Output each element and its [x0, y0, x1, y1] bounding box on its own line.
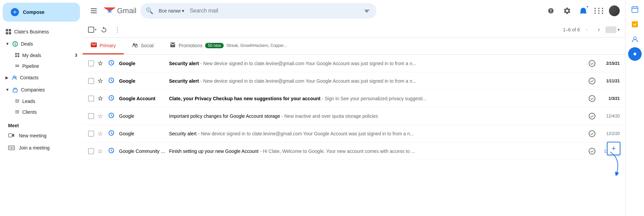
tasks-panel-icon[interactable]	[628, 18, 642, 31]
snooze-icon	[108, 147, 116, 155]
view-chevron-icon[interactable]: ▾	[618, 27, 620, 32]
promotions-tab-icon	[170, 42, 176, 49]
row-checkbox[interactable]	[88, 60, 95, 66]
hamburger-button[interactable]	[88, 6, 100, 16]
done-icon[interactable]	[587, 95, 597, 102]
crm-name-item[interactable]: Clate's Business	[0, 26, 83, 38]
contacts-item[interactable]: ▶ Contacts	[0, 72, 83, 84]
settings-button[interactable]	[560, 4, 574, 18]
pipeline-icon	[15, 63, 20, 69]
gmail-text: Gmail	[117, 6, 136, 15]
svg-rect-36	[632, 21, 638, 27]
svg-text:$: $	[14, 42, 16, 46]
apps-button[interactable]	[593, 4, 606, 18]
refresh-button[interactable]	[98, 24, 110, 36]
meet-notification-button[interactable]	[577, 4, 590, 18]
join-meeting-item[interactable]: Join a meeting	[0, 142, 83, 154]
new-meeting-item[interactable]: New meeting	[0, 130, 83, 142]
email-row[interactable]: ☆ Google Account Clate, your Privacy Che…	[83, 90, 625, 107]
star-icon[interactable]: ☆	[97, 112, 106, 120]
email-toolbar: ▾ ⋮ 1–6 of 6 ‹ › ▾	[83, 22, 625, 38]
tab-promotions[interactable]: Promotions 50 new Streak, GrowthHackers,…	[162, 38, 295, 54]
search-folder-selector[interactable]: Все папки ▾	[156, 7, 187, 15]
contacts-panel-icon[interactable]	[628, 32, 642, 46]
email-row[interactable]: ☆ Google Security alert - New device sig…	[83, 55, 625, 72]
email-row[interactable]: ☆ Google Community Te. Finish setting up…	[83, 142, 625, 160]
folder-caret-icon: ▾	[182, 8, 184, 14]
svg-rect-1	[9, 29, 11, 31]
calendar-panel-icon[interactable]	[628, 3, 642, 16]
crm-section: Clate's Business ▼ $ Deals My deals 3	[0, 24, 83, 119]
next-page-button[interactable]: ›	[593, 24, 604, 35]
email-snippet: - New inactive and over quota storage po…	[281, 113, 378, 119]
select-all-checkbox[interactable]	[88, 27, 94, 33]
promotions-badge: 50 new	[205, 43, 224, 48]
my-deals-item[interactable]: My deals 3	[12, 50, 83, 61]
deals-item[interactable]: ▼ $ Deals	[0, 38, 83, 50]
svg-rect-22	[8, 146, 15, 150]
clients-icon	[15, 109, 20, 115]
select-chevron-icon[interactable]: ▾	[95, 28, 96, 31]
star-icon[interactable]: ☆	[97, 147, 106, 155]
done-icon[interactable]	[587, 130, 597, 137]
header: M Gmail 🔍 Все папки ▾	[83, 0, 625, 22]
star-icon[interactable]: ☆	[97, 130, 106, 137]
clients-item[interactable]: Clients	[12, 107, 83, 117]
add-to-crm-button[interactable]: +	[607, 142, 620, 155]
support-button[interactable]	[544, 4, 558, 18]
contacts-caret: ▶	[5, 75, 8, 80]
row-checkbox[interactable]	[88, 96, 95, 102]
done-icon[interactable]	[587, 148, 597, 155]
hamburger-line-3	[91, 12, 97, 13]
leads-label: Leads	[22, 99, 35, 104]
svg-rect-0	[6, 29, 8, 31]
done-icon[interactable]	[587, 60, 597, 67]
done-icon[interactable]	[587, 113, 597, 119]
pipeline-item[interactable]: Pipeline	[12, 61, 83, 72]
email-row[interactable]: ☆ Google Security alert - New device sig…	[83, 72, 625, 90]
star-icon[interactable]: ☆	[97, 77, 106, 85]
gmail-logo[interactable]: M Gmail	[104, 6, 136, 16]
row-checkbox[interactable]	[88, 148, 95, 154]
companies-item[interactable]: ▼ Companies	[0, 84, 83, 96]
tab-primary[interactable]: Primary	[83, 38, 124, 54]
email-row[interactable]: ☆ Google Important policy changes for Go…	[83, 107, 625, 125]
svg-rect-16	[15, 101, 19, 101]
snooze-icon	[108, 112, 116, 119]
svg-point-33	[133, 43, 135, 45]
new-meeting-label: New meeting	[19, 133, 47, 138]
compose-button[interactable]: + Compose	[3, 3, 80, 22]
search-input[interactable]	[190, 8, 360, 14]
prev-page-button[interactable]: ‹	[581, 24, 592, 35]
search-filter-button[interactable]	[362, 6, 371, 15]
folder-label: Все папки	[159, 8, 180, 14]
main-area: M Gmail 🔍 Все папки ▾	[83, 0, 625, 216]
snooze-icon	[108, 130, 116, 137]
chat-panel-icon[interactable]	[628, 47, 642, 61]
svg-rect-20	[15, 113, 19, 113]
done-icon[interactable]	[587, 78, 597, 84]
svg-point-34	[136, 44, 137, 46]
more-options-button[interactable]: ⋮	[111, 24, 123, 36]
header-right	[544, 4, 620, 18]
svg-rect-25	[12, 147, 12, 147]
leads-item[interactable]: Leads	[12, 96, 83, 107]
view-toggle[interactable]	[606, 26, 616, 33]
email-sender: Google Community Te.	[119, 148, 166, 154]
row-checkbox[interactable]	[88, 131, 95, 137]
star-icon[interactable]: ☆	[97, 95, 106, 102]
email-subject: Security alert	[169, 78, 199, 84]
account-avatar[interactable]	[609, 5, 620, 16]
select-all-wrap: ▾	[88, 27, 96, 33]
row-checkbox[interactable]	[88, 113, 95, 119]
tab-social[interactable]: Social	[124, 38, 162, 54]
promotions-sub: Streak, GrowthHackers, Copper...	[226, 43, 287, 48]
email-row[interactable]: ☆ Google Security alert - New device sig…	[83, 125, 625, 142]
email-list: ☆ Google Security alert - New device sig…	[83, 55, 625, 216]
primary-tab-icon	[91, 42, 97, 49]
email-subject: Important policy changes for Google Acco…	[169, 113, 280, 119]
snooze-icon	[108, 77, 116, 84]
star-icon[interactable]: ☆	[97, 60, 106, 67]
email-subject-wrap: Finish setting up your new Google Accoun…	[169, 148, 585, 154]
row-checkbox[interactable]	[88, 78, 95, 84]
